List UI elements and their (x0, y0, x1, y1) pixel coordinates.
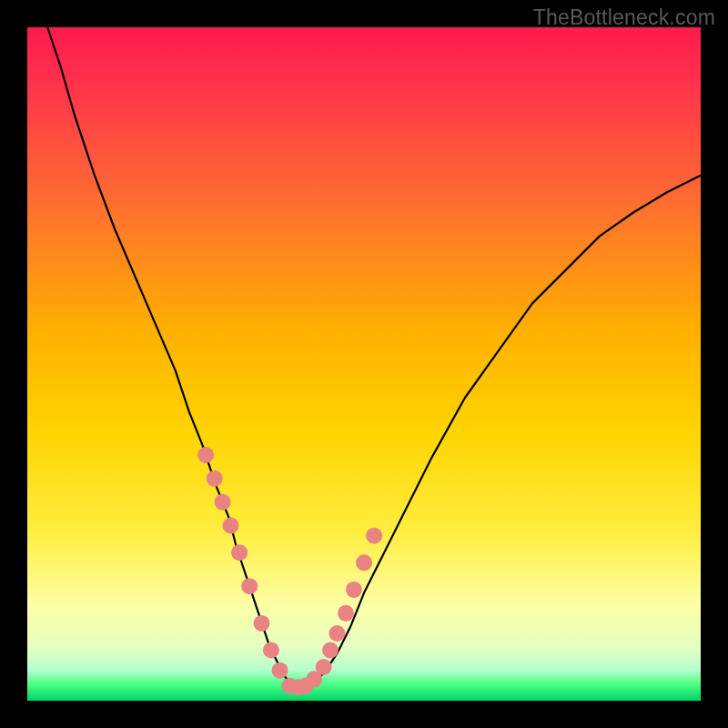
marker-dot (197, 447, 214, 463)
marker-dot (322, 642, 339, 659)
marker-dot (263, 642, 279, 659)
marker-dot (338, 605, 354, 622)
chart-frame: TheBottleneck.com (0, 0, 728, 728)
plot-area (27, 27, 701, 701)
marker-dot (254, 615, 270, 632)
marker-dot (366, 528, 382, 544)
marker-dot (241, 578, 258, 594)
marker-dot (329, 625, 345, 642)
marker-dot (207, 470, 223, 487)
gradient-background (27, 27, 701, 701)
marker-dot (356, 554, 372, 571)
marker-dot (222, 518, 238, 534)
watermark-text: TheBottleneck.com (533, 5, 715, 30)
marker-dot (231, 544, 248, 561)
marker-dot (346, 581, 362, 598)
marker-dot (316, 659, 332, 675)
chart-svg (27, 27, 701, 701)
marker-dot (215, 494, 231, 511)
marker-dot (272, 662, 288, 679)
